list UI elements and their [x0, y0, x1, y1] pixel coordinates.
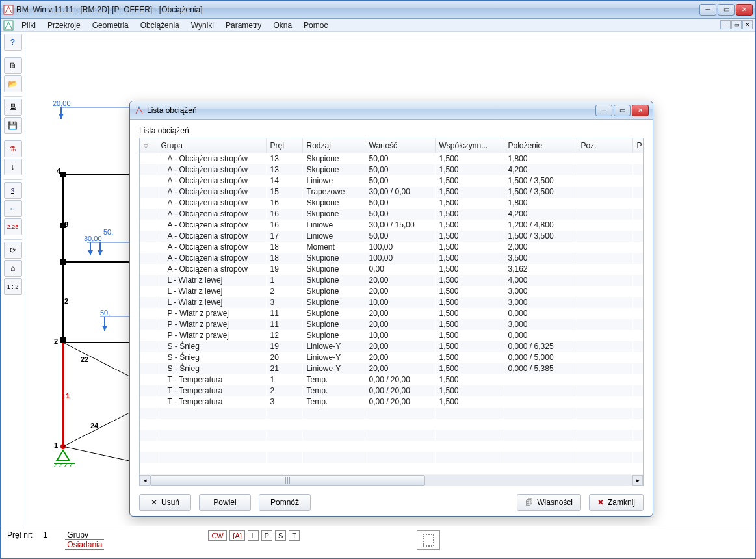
menu-parametry[interactable]: Parametry [220, 20, 267, 31]
col-polozenie[interactable]: Położenie [504, 138, 577, 153]
table-row[interactable]: S - Śnieg20Liniowe-Y20,001,5000,000 / 5,… [140, 352, 643, 363]
ratio-indicator[interactable]: 1 : 2 [4, 278, 22, 295]
table-row[interactable]: P - Wiatr z prawej12Skupione10,001,5000,… [140, 330, 643, 341]
osiadania-link[interactable]: Osiadania [65, 540, 104, 550]
col-grupa[interactable]: Grupa [157, 138, 266, 153]
chip-l[interactable]: L [248, 530, 258, 541]
col-poz[interactable]: Poz. [577, 138, 632, 153]
table-row[interactable]: T - Temperatura2Temp.0,00 / 20,001,500 [140, 385, 643, 396]
new-file-button[interactable]: 🗎 [4, 57, 22, 74]
table-cell: A - Obciążenia stropów [157, 231, 266, 242]
mdi-minimize-button[interactable]: ─ [720, 20, 731, 29]
pomnoz-button[interactable]: Pomnóż [259, 494, 311, 511]
arrow-tool-button[interactable]: ↓ [4, 159, 22, 176]
mdi-close-button[interactable]: ✕ [742, 20, 753, 29]
dialog-minimize-button[interactable]: ─ [595, 105, 612, 116]
close-button[interactable]: ✕ [736, 4, 753, 16]
table-row[interactable]: P - Wiatr z prawej11Skupione20,001,5000,… [140, 308, 643, 319]
table-cell [632, 242, 643, 253]
table-row[interactable]: A - Obciążenia stropów16Skupione50,001,5… [140, 209, 643, 220]
table-row[interactable]: T - Temperatura1Temp.0,00 / 20,001,500 [140, 374, 643, 385]
dialog-subtitle: Lista obciążeń: [139, 126, 644, 135]
table-cell: S - Śnieg [157, 352, 266, 363]
menu-przekroje[interactable]: Przekroje [42, 20, 86, 31]
table-row[interactable]: A - Obciążenia stropów16Skupione50,001,5… [140, 198, 643, 209]
menu-pomoc[interactable]: Pomoc [298, 20, 333, 31]
table-row [140, 408, 643, 419]
table-cell: L - Wiatr z lewej [157, 275, 266, 286]
menu-wyniki[interactable]: Wyniki [186, 20, 219, 31]
col-sort[interactable]: ▽ [140, 138, 157, 153]
minimize-button[interactable]: ─ [699, 4, 716, 16]
number-indicator[interactable]: 9 [4, 182, 22, 199]
table-cell [140, 363, 157, 374]
svg-marker-31 [102, 326, 107, 331]
chip-t[interactable]: T [289, 530, 300, 541]
maximize-button[interactable]: ▭ [718, 4, 735, 16]
table-row[interactable]: L - Wiatr z lewej1Skupione20,001,5004,00… [140, 275, 643, 286]
grupy-link[interactable]: Grupy [65, 530, 104, 540]
section-preview[interactable] [417, 530, 440, 550]
load-table[interactable]: ▽ Grupa Pręt Rodzaj Wartość Współczynn..… [140, 138, 643, 463]
horizontal-scrollbar[interactable]: ◂ ▸ [140, 474, 643, 486]
chip-p[interactable]: P [261, 530, 272, 541]
table-row[interactable]: A - Obciążenia stropów18Moment100,001,50… [140, 242, 643, 253]
table-row[interactable]: A - Obciążenia stropów19Skupione0,001,50… [140, 264, 643, 275]
home-button[interactable]: ⌂ [4, 260, 22, 277]
open-file-button[interactable]: 📂 [4, 75, 22, 92]
table-cell: 20,00 [365, 286, 435, 297]
table-row[interactable]: A - Obciążenia stropów15Trapezowe30,00 /… [140, 187, 643, 198]
table-cell [140, 352, 157, 363]
menu-obciazenia[interactable]: Obciążenia [135, 20, 185, 31]
table-row[interactable]: L - Wiatr z lewej2Skupione20,001,5003,00… [140, 286, 643, 297]
table-row[interactable]: A - Obciążenia stropów13Skupione50,001,5… [140, 153, 643, 164]
table-row[interactable]: A - Obciążenia stropów14Liniowe50,001,50… [140, 176, 643, 187]
load-tool-button[interactable]: ⚗ [4, 140, 22, 157]
dialog-maximize-button[interactable]: ▭ [614, 105, 631, 116]
table-row[interactable]: A - Obciążenia stropów18Skupione100,001,… [140, 253, 643, 264]
col-wspolcz[interactable]: Współczynn... [435, 138, 504, 153]
col-rodzaj[interactable]: Rodzaj [302, 138, 365, 153]
chip-s[interactable]: S [275, 530, 286, 541]
close-icon: ✕ [597, 498, 604, 507]
table-row[interactable]: A - Obciążenia stropów13Skupione50,001,5… [140, 164, 643, 176]
table-row[interactable]: A - Obciążenia stropów17Liniowe50,001,50… [140, 231, 643, 242]
col-p[interactable]: P [632, 138, 643, 153]
help-button[interactable]: ? [4, 34, 22, 51]
powiel-button[interactable]: Powiel [199, 494, 251, 511]
scroll-right-button[interactable]: ▸ [632, 475, 643, 486]
table-cell: 1,500 [435, 264, 504, 275]
wlasnosci-button[interactable]: 🗐 Własności [517, 494, 581, 511]
pret-label: Pręt nr: [7, 530, 33, 540]
col-wartosc[interactable]: Wartość [365, 138, 435, 153]
dimension-tool[interactable]: ↔ [4, 200, 22, 217]
usun-button[interactable]: ✕ Usuń [139, 494, 191, 511]
mdi-restore-button[interactable]: ▭ [731, 20, 742, 29]
chip-cw[interactable]: CW [208, 530, 226, 541]
table-row[interactable]: P - Wiatr z prawej11Skupione20,001,5003,… [140, 319, 643, 330]
table-cell: 1,500 [435, 164, 504, 176]
save-button[interactable]: 💾 [4, 117, 22, 134]
table-row[interactable]: S - Śnieg21Liniowe-Y20,001,5000,000 / 5,… [140, 363, 643, 374]
menu-pliki[interactable]: Pliki [16, 20, 41, 31]
print-button[interactable]: 🖶 [4, 99, 22, 116]
grid-scroll[interactable]: ▽ Grupa Pręt Rodzaj Wartość Współczynn..… [140, 138, 643, 474]
menu-okna[interactable]: Okna [268, 20, 297, 31]
table-row[interactable]: T - Temperatura3Temp.0,00 / 20,001,500 [140, 396, 643, 408]
zamknij-button[interactable]: ✕ Zamknij [589, 494, 644, 511]
table-row[interactable]: S - Śnieg19Liniowe-Y20,001,5000,000 / 6,… [140, 341, 643, 352]
table-row[interactable]: A - Obciążenia stropów16Liniowe30,00 / 1… [140, 220, 643, 231]
table-cell: Skupione [302, 308, 365, 319]
table-cell: Liniowe [302, 231, 365, 242]
table-row[interactable]: L - Wiatr z lewej3Skupione10,001,5003,00… [140, 297, 643, 308]
scroll-left-button[interactable]: ◂ [140, 475, 150, 486]
scroll-track[interactable] [150, 475, 632, 486]
col-pret[interactable]: Pręt [266, 138, 302, 153]
scroll-thumb[interactable] [150, 475, 425, 486]
dialog-titlebar[interactable]: Lista obciążeń ─ ▭ ✕ [130, 101, 653, 120]
rotate-button[interactable]: ⟳ [4, 242, 22, 259]
value-indicator[interactable]: 2.25 [4, 218, 22, 235]
chip-a[interactable]: {A} [229, 530, 246, 541]
dialog-close-button[interactable]: ✕ [632, 105, 649, 116]
menu-geometria[interactable]: Geometria [87, 20, 134, 31]
